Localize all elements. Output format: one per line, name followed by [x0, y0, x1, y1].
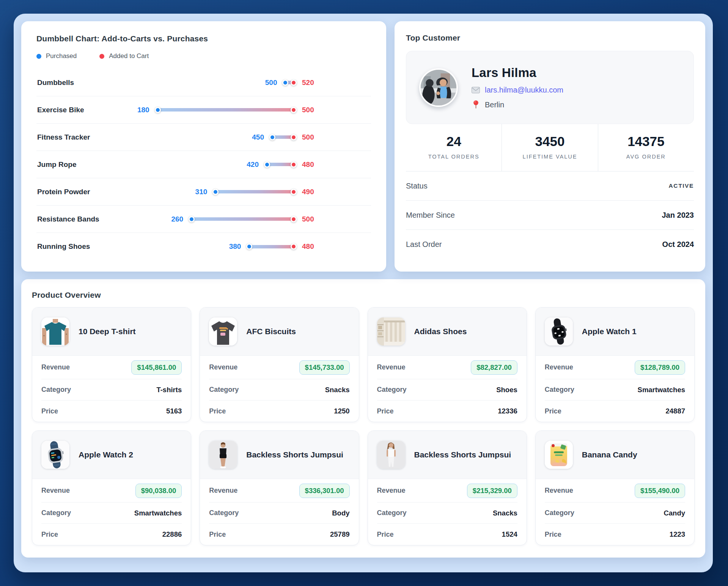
- chart-row-label: Dumbbells: [37, 79, 74, 87]
- customer-details: Status ACTIVE Member Since Jan 2023 Last…: [406, 171, 694, 259]
- category-row: Category Snacks: [209, 379, 349, 401]
- purchased-value: 500: [265, 79, 277, 87]
- product-title: Backless Shorts Jumpsui: [246, 450, 343, 459]
- location-pin-icon: [472, 100, 480, 109]
- detail-row-member-since: Member Since Jan 2023: [406, 201, 694, 230]
- product-body: Revenue $155,490.00 Category Candy Price…: [536, 479, 694, 545]
- detail-row-status: Status ACTIVE: [406, 171, 694, 201]
- stat-label: TOTAL ORDERS: [406, 154, 502, 160]
- dumbbell-connector: [192, 217, 294, 221]
- purchased-value: 420: [247, 160, 259, 169]
- added-to-cart-dot-icon: [291, 134, 297, 140]
- revenue-pill: $145,861.00: [131, 360, 182, 375]
- price-row: Price 1524: [377, 524, 517, 545]
- added-to-cart-value: 480: [302, 242, 314, 251]
- detail-label: Last Order: [406, 240, 442, 249]
- price-row: Price 12336: [377, 401, 517, 422]
- product-title: Apple Watch 1: [582, 327, 637, 336]
- category-label: Category: [377, 386, 407, 394]
- product-card[interactable]: 10 Deep T-shirt Revenue $145,861.00 Cate…: [32, 307, 191, 422]
- avatar: [419, 68, 458, 107]
- category-label: Category: [545, 386, 574, 394]
- product-head: Apple Watch 2: [32, 431, 191, 479]
- revenue-row: Revenue $82,827.00: [377, 356, 517, 379]
- dumbbell-connector: [158, 108, 294, 112]
- product-card[interactable]: Backless Shorts Jumpsui Revenue $215,329…: [368, 430, 527, 545]
- added-to-cart-value: 500: [302, 106, 314, 114]
- category-label: Category: [41, 509, 71, 517]
- revenue-row: Revenue $145,861.00: [41, 356, 182, 379]
- product-title: 10 Deep T-shirt: [79, 327, 136, 336]
- dumbbell-chart-card: Dumbbell Chart: Add-to-Carts vs. Purchas…: [21, 21, 386, 272]
- revenue-row: Revenue $145,733.00: [209, 356, 349, 379]
- revenue-label: Revenue: [209, 487, 237, 495]
- product-image-tshirt-graphic: [209, 317, 237, 346]
- chart-legend: Purchased Added to Cart: [36, 52, 371, 60]
- chart-row-label: Fitness Tracker: [37, 133, 90, 141]
- product-overview-card: Product Overview 10 Deep T-shirt Revenue…: [21, 279, 705, 558]
- product-body: Revenue $145,733.00 Category Snacks Pric…: [200, 356, 358, 422]
- category-label: Category: [377, 509, 407, 517]
- revenue-pill: $336,301.00: [299, 484, 350, 498]
- chart-title: Dumbbell Chart: Add-to-Carts vs. Purchas…: [36, 34, 371, 43]
- product-overview-title: Product Overview: [32, 291, 695, 300]
- revenue-pill: $82,827.00: [471, 360, 517, 375]
- purchased-dot-icon: [264, 162, 270, 168]
- chart-row-label: Jump Rope: [37, 160, 76, 169]
- product-card[interactable]: AFC Biscuits Revenue $145,733.00 Categor…: [200, 307, 359, 422]
- product-card[interactable]: Adidas Shoes Revenue $82,827.00 Category…: [368, 307, 527, 422]
- product-head: Backless Shorts Jumpsui: [368, 431, 527, 479]
- product-body: Revenue $336,301.00 Category Body Price …: [200, 479, 358, 545]
- price-value: 12336: [498, 407, 517, 415]
- purchased-dot-icon: [36, 54, 41, 59]
- category-row: Category Smartwatches: [41, 503, 182, 524]
- customer-name: Lars Hilma: [472, 66, 563, 80]
- chart-rows: Dumbbells 500 520 Exercise Bike 180 500 …: [36, 69, 371, 260]
- category-value: T-shirts: [156, 386, 182, 394]
- product-card[interactable]: Apple Watch 1 Revenue $128,789.00 Catego…: [535, 307, 695, 422]
- product-title: Apple Watch 2: [79, 450, 133, 459]
- legend-label: Added to Cart: [109, 52, 149, 60]
- product-image-watch-black: [545, 317, 573, 346]
- revenue-row: Revenue $155,490.00: [545, 479, 685, 503]
- legend-item-added-to-cart[interactable]: Added to Cart: [99, 52, 149, 60]
- customer-email-link[interactable]: lars.hilma@luukku.com: [485, 86, 563, 94]
- envelope-icon: [472, 87, 480, 93]
- price-row: Price 1250: [209, 401, 349, 422]
- revenue-pill: $145,733.00: [299, 360, 350, 375]
- dumbbell-connector: [249, 245, 294, 248]
- price-label: Price: [545, 407, 561, 415]
- revenue-row: Revenue $128,789.00: [545, 356, 685, 379]
- location-row: Berlin: [472, 100, 563, 109]
- stat-value: 24: [406, 134, 502, 149]
- detail-value: Oct 2024: [662, 240, 694, 249]
- product-card[interactable]: Backless Shorts Jumpsui Revenue $336,301…: [200, 430, 359, 545]
- revenue-label: Revenue: [41, 363, 70, 371]
- added-to-cart-dot-icon: [99, 54, 104, 59]
- product-head: Backless Shorts Jumpsui: [200, 431, 358, 479]
- customer-stats: 24 TOTAL ORDERS 3450 LIFETIME VALUE 1437…: [406, 124, 694, 171]
- added-to-cart-dot-icon: [291, 80, 297, 86]
- added-to-cart-value: 480: [302, 160, 314, 169]
- category-value: Smartwatches: [134, 509, 182, 517]
- stat-lifetime-value: 3450 LIFETIME VALUE: [502, 124, 597, 171]
- price-row: Price 25789: [209, 524, 349, 545]
- detail-value: Jan 2023: [662, 211, 694, 220]
- chart-row-label: Protein Powder: [37, 188, 90, 196]
- price-label: Price: [377, 407, 394, 415]
- purchased-value: 310: [195, 188, 208, 196]
- category-row: Category Candy: [545, 503, 685, 524]
- legend-item-purchased[interactable]: Purchased: [36, 52, 77, 60]
- revenue-row: Revenue $215,329.00: [377, 479, 517, 503]
- product-card[interactable]: Banana Candy Revenue $155,490.00 Categor…: [535, 430, 695, 545]
- product-card[interactable]: Apple Watch 2 Revenue $90,038.00 Categor…: [32, 430, 191, 545]
- price-label: Price: [41, 531, 58, 539]
- added-to-cart-dot-icon: [291, 216, 297, 222]
- product-image-model-white: [377, 441, 405, 469]
- price-label: Price: [41, 407, 58, 415]
- product-body: Revenue $145,861.00 Category T-shirts Pr…: [32, 356, 191, 422]
- legend-label: Purchased: [46, 52, 77, 60]
- category-value: Snacks: [325, 386, 350, 394]
- price-row: Price 24887: [545, 401, 685, 422]
- product-title: Banana Candy: [582, 450, 637, 459]
